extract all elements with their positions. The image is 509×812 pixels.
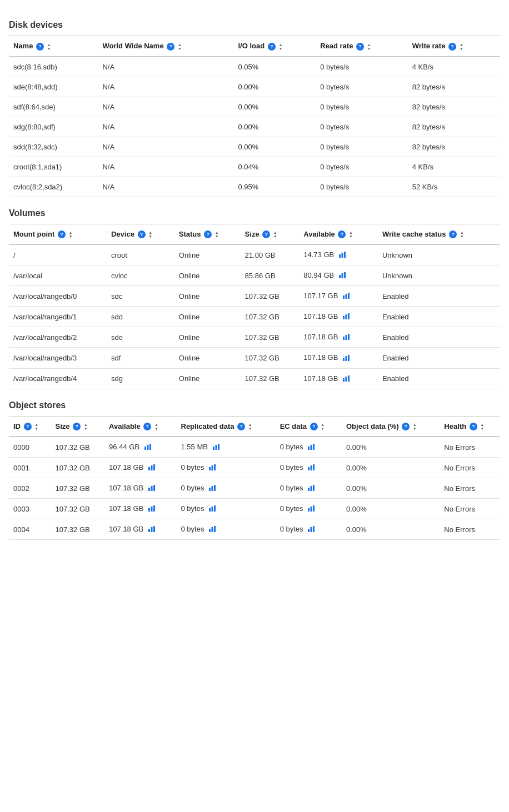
disk-name-cell: sdg(8:80,sdf) [9, 117, 98, 137]
wwn-help-icon[interactable]: ? [167, 43, 174, 51]
os-col-id: ID ? [9, 416, 51, 437]
read-help-icon[interactable]: ? [356, 43, 364, 51]
vol-avail-sort-icon[interactable] [349, 230, 353, 238]
volumes-header-row: Mount point ? Device ? Status ? Size ? [9, 224, 500, 244]
os-id-help-icon[interactable]: ? [24, 423, 32, 430]
bar-chart-icon[interactable] [208, 464, 216, 472]
vol-cache-cell: Enabled [378, 286, 500, 307]
os-ec-help-icon[interactable]: ? [310, 423, 318, 430]
bar-chart-icon[interactable] [148, 505, 156, 513]
name-help-icon[interactable]: ? [36, 43, 44, 51]
io-sort-icon[interactable] [278, 43, 282, 51]
os-pct-help-icon[interactable]: ? [402, 423, 410, 430]
bar-chart-icon[interactable] [212, 443, 220, 452]
disk-name-cell: cvloc(8:2,sda2) [9, 177, 98, 197]
status-help-icon[interactable]: ? [204, 230, 212, 238]
vol-status-cell: Online [174, 327, 241, 348]
svg-rect-4 [341, 273, 343, 278]
bar-chart-icon[interactable] [148, 525, 156, 534]
bar-chart-icon[interactable] [307, 525, 315, 534]
device-sort-icon[interactable] [148, 230, 152, 238]
table-row: 0000 107.32 GB 96.44 GB 1.55 MB 0 bytes … [9, 437, 500, 458]
disk-name-cell: sdf(8:64,sde) [9, 97, 98, 117]
svg-rect-12 [343, 337, 345, 340]
vol-size-sort-icon[interactable] [273, 230, 277, 238]
io-help-icon[interactable]: ? [268, 43, 276, 51]
bar-chart-icon[interactable] [144, 443, 152, 452]
svg-rect-2 [344, 252, 346, 258]
disk-read-cell: 0 bytes/s [316, 157, 408, 177]
svg-rect-41 [153, 485, 155, 491]
bar-chart-icon[interactable] [307, 505, 315, 513]
bar-chart-icon[interactable] [307, 443, 315, 452]
bar-chart-icon[interactable] [342, 333, 350, 342]
disk-io-cell: 0.04% [233, 157, 316, 177]
svg-rect-52 [212, 507, 213, 512]
disk-io-cell: 0.00% [233, 117, 316, 137]
svg-rect-26 [218, 444, 219, 450]
write-sort-icon[interactable] [460, 43, 463, 51]
bar-chart-icon[interactable] [208, 484, 216, 493]
os-health-sort-icon[interactable] [480, 423, 484, 430]
os-health-cell: No Errors [440, 499, 500, 519]
os-ec-sort-icon[interactable] [321, 423, 325, 430]
vol-size-help-icon[interactable]: ? [262, 230, 270, 238]
mount-sort-icon[interactable] [69, 230, 73, 238]
mount-help-icon[interactable]: ? [58, 230, 66, 238]
svg-rect-65 [313, 526, 315, 532]
bar-chart-icon[interactable] [338, 272, 346, 280]
os-size-help-icon[interactable]: ? [73, 423, 81, 430]
cache-help-icon[interactable]: ? [449, 230, 457, 238]
vol-cache-cell: Enabled [378, 348, 500, 368]
read-sort-icon[interactable] [367, 43, 371, 51]
bar-chart-icon[interactable] [208, 505, 216, 513]
table-row: / croot Online 21.00 GB 14.73 GB Unknown [9, 244, 500, 265]
disk-io-cell: 0.00% [233, 137, 316, 157]
vol-col-mount: Mount point ? [9, 224, 107, 244]
bar-chart-icon[interactable] [208, 525, 216, 534]
bar-chart-icon[interactable] [342, 375, 350, 383]
write-help-icon[interactable]: ? [448, 43, 456, 51]
vol-avail-help-icon[interactable]: ? [338, 230, 346, 238]
os-id-sort-icon[interactable] [34, 423, 38, 430]
name-sort-icon[interactable] [47, 43, 51, 51]
svg-rect-14 [348, 334, 350, 340]
svg-rect-3 [339, 275, 341, 278]
os-pct-sort-icon[interactable] [413, 423, 417, 430]
wwn-sort-icon[interactable] [178, 43, 182, 51]
vol-mount-cell: /var/local/rangedb/0 [9, 286, 107, 307]
os-size-cell: 107.32 GB [51, 519, 105, 540]
vol-size-cell: 107.32 GB [241, 348, 300, 368]
vol-mount-cell: / [9, 244, 107, 265]
bar-chart-icon[interactable] [307, 484, 315, 493]
table-row: /var/local cvloc Online 85.86 GB 80.94 G… [9, 265, 500, 286]
table-row: /var/local/rangedb/0 sdc Online 107.32 G… [9, 286, 500, 307]
svg-rect-10 [346, 314, 347, 319]
os-ec-cell: 0 bytes [276, 519, 342, 540]
table-row: /var/local/rangedb/4 sdg Online 107.32 G… [9, 368, 500, 389]
bar-chart-icon[interactable] [342, 313, 350, 321]
os-id-cell: 0000 [9, 437, 51, 458]
bar-chart-icon[interactable] [338, 251, 346, 259]
bar-chart-icon[interactable] [307, 464, 315, 472]
bar-chart-icon[interactable] [342, 292, 350, 300]
bar-chart-icon[interactable] [342, 354, 350, 363]
disk-read-cell: 0 bytes/s [316, 97, 408, 117]
status-sort-icon[interactable] [215, 230, 219, 238]
os-col-available: Available ? [104, 416, 176, 437]
svg-rect-9 [343, 316, 345, 319]
svg-rect-22 [147, 445, 148, 450]
os-rep-sort-icon[interactable] [248, 423, 252, 430]
os-size-sort-icon[interactable] [84, 423, 88, 430]
os-avail-help-icon[interactable]: ? [143, 423, 151, 430]
bar-chart-icon[interactable] [148, 464, 156, 472]
os-avail-sort-icon[interactable] [154, 423, 158, 430]
os-health-help-icon[interactable]: ? [470, 423, 477, 430]
table-row: sdg(8:80,sdf) N/A 0.00% 0 bytes/s 82 byt… [9, 117, 500, 137]
col-read-rate: Read rate ? [316, 36, 408, 57]
device-help-icon[interactable]: ? [138, 230, 146, 238]
os-rep-help-icon[interactable]: ? [237, 423, 245, 430]
bar-chart-icon[interactable] [148, 484, 156, 493]
cache-sort-icon[interactable] [460, 230, 464, 238]
svg-rect-39 [148, 488, 150, 491]
